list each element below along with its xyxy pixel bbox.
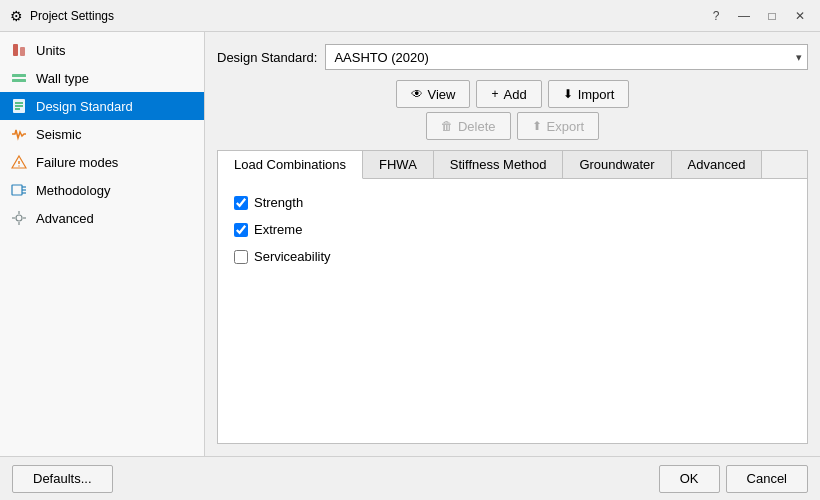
tabs-header: Load Combinations FHWA Stiffness Method … <box>218 151 807 179</box>
svg-rect-0 <box>13 44 18 56</box>
window-controls: ? — □ ✕ <box>704 6 812 26</box>
sidebar: Units Wall type Design Standard <box>0 32 205 456</box>
right-panel: Design Standard: AASHTO (2020) 👁 View + … <box>205 32 820 456</box>
design-standard-select-wrapper: AASHTO (2020) <box>325 44 808 70</box>
units-icon <box>10 41 28 59</box>
delete-button[interactable]: 🗑 Delete <box>426 112 511 140</box>
footer: Defaults... OK Cancel <box>0 456 820 500</box>
import-icon: ⬇ <box>563 87 573 101</box>
svg-point-15 <box>16 215 22 221</box>
advanced-icon <box>10 209 28 227</box>
serviceability-label[interactable]: Serviceability <box>254 249 331 264</box>
ok-button[interactable]: OK <box>659 465 720 493</box>
sidebar-failuremodes-label: Failure modes <box>36 155 118 170</box>
tab-advanced[interactable]: Advanced <box>672 151 763 178</box>
delete-icon: 🗑 <box>441 119 453 133</box>
sidebar-item-units[interactable]: Units <box>0 36 204 64</box>
design-standard-label: Design Standard: <box>217 50 317 65</box>
sidebar-methodology-label: Methodology <box>36 183 110 198</box>
strength-label[interactable]: Strength <box>254 195 303 210</box>
sidebar-designstandard-label: Design Standard <box>36 99 133 114</box>
tab-load-combinations[interactable]: Load Combinations <box>218 151 363 179</box>
sidebar-item-designstandard[interactable]: Design Standard <box>0 92 204 120</box>
help-button[interactable]: ? <box>704 6 728 26</box>
view-button[interactable]: 👁 View <box>396 80 471 108</box>
tab-groundwater[interactable]: Groundwater <box>563 151 671 178</box>
seismic-icon <box>10 125 28 143</box>
designstandard-icon <box>10 97 28 115</box>
checkbox-serviceability-row: Serviceability <box>234 249 791 264</box>
main-content: Units Wall type Design Standard <box>0 32 820 456</box>
svg-rect-11 <box>12 185 22 195</box>
sidebar-item-methodology[interactable]: Methodology <box>0 176 204 204</box>
svg-rect-1 <box>20 47 25 56</box>
failuremodes-icon <box>10 153 28 171</box>
strength-checkbox[interactable] <box>234 196 248 210</box>
walltype-icon <box>10 69 28 87</box>
sidebar-item-walltype[interactable]: Wall type <box>0 64 204 92</box>
checkbox-extreme-row: Extreme <box>234 222 791 237</box>
sidebar-seismic-label: Seismic <box>36 127 82 142</box>
tab-stiffness-method[interactable]: Stiffness Method <box>434 151 564 178</box>
import-button[interactable]: ⬇ Import <box>548 80 630 108</box>
add-icon: + <box>491 87 498 101</box>
title-bar: ⚙ Project Settings ? — □ ✕ <box>0 0 820 32</box>
extreme-checkbox[interactable] <box>234 223 248 237</box>
sidebar-walltype-label: Wall type <box>36 71 89 86</box>
sidebar-units-label: Units <box>36 43 66 58</box>
tab-content: Strength Extreme Serviceability <box>218 179 807 443</box>
sidebar-item-seismic[interactable]: Seismic <box>0 120 204 148</box>
serviceability-checkbox[interactable] <box>234 250 248 264</box>
export-button[interactable]: ⬆ Export <box>517 112 600 140</box>
action-buttons-row: 👁 View + Add ⬇ Import <box>217 80 808 108</box>
footer-left: Defaults... <box>12 465 113 493</box>
footer-right: OK Cancel <box>659 465 808 493</box>
methodology-icon <box>10 181 28 199</box>
minimize-button[interactable]: — <box>732 6 756 26</box>
export-icon: ⬆ <box>532 119 542 133</box>
view-icon: 👁 <box>411 87 423 101</box>
add-button[interactable]: + Add <box>476 80 541 108</box>
design-standard-row: Design Standard: AASHTO (2020) <box>217 44 808 70</box>
cancel-button[interactable]: Cancel <box>726 465 808 493</box>
svg-point-10 <box>18 165 19 166</box>
sidebar-advanced-label: Advanced <box>36 211 94 226</box>
svg-rect-2 <box>12 74 26 77</box>
tabs-container: Load Combinations FHWA Stiffness Method … <box>217 150 808 444</box>
svg-rect-3 <box>12 79 26 82</box>
window-title: Project Settings <box>30 9 704 23</box>
design-standard-select[interactable]: AASHTO (2020) <box>325 44 808 70</box>
checkbox-strength-row: Strength <box>234 195 791 210</box>
sidebar-item-advanced[interactable]: Advanced <box>0 204 204 232</box>
extreme-label[interactable]: Extreme <box>254 222 302 237</box>
sidebar-item-failuremodes[interactable]: Failure modes <box>0 148 204 176</box>
app-icon: ⚙ <box>8 8 24 24</box>
maximize-button[interactable]: □ <box>760 6 784 26</box>
action-buttons-row-2: 🗑 Delete ⬆ Export <box>217 112 808 140</box>
defaults-button[interactable]: Defaults... <box>12 465 113 493</box>
tab-fhwa[interactable]: FHWA <box>363 151 434 178</box>
close-button[interactable]: ✕ <box>788 6 812 26</box>
